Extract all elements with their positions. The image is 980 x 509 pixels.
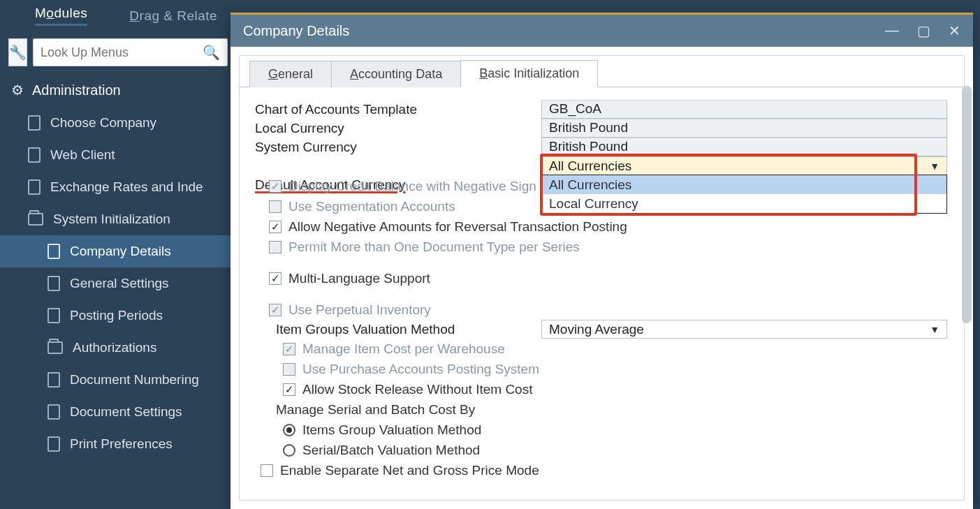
window-title: Company Details <box>243 23 349 39</box>
row-chk-permit-more: Permit More than One Document Type per S… <box>255 237 947 257</box>
combo-valuation-value: Moving Average <box>549 322 644 337</box>
sidebar-item-choose-company[interactable]: Choose Company <box>0 107 231 139</box>
sidebar-item-label: Authorizations <box>73 340 156 355</box>
menu-search[interactable]: 🔍 <box>33 38 228 66</box>
radio-items-group[interactable] <box>283 424 295 436</box>
sidebar-item-label: Exchange Rates and Inde <box>50 179 203 195</box>
row-system-currency: System Currency British Pound <box>255 138 947 156</box>
sidebar-item-label: Posting Periods <box>70 308 163 323</box>
row-chk-manage-cost: Manage Item Cost per Warehouse <box>255 339 947 359</box>
row-chk-purchase-accounts: Use Purchase Accounts Posting System <box>255 359 947 379</box>
dropdown-option-local-currency[interactable]: Local Currency <box>542 194 946 213</box>
topbar-modules[interactable]: Modules <box>35 6 87 26</box>
doc-icon <box>28 147 41 163</box>
chk-display-credit <box>269 180 281 193</box>
row-radio-serial-batch[interactable]: Serial/Batch Valuation Method <box>255 440 947 460</box>
chevron-down-icon: ▼ <box>930 161 939 172</box>
doc-icon <box>28 115 41 131</box>
sidebar-item-web-client[interactable]: Web Client <box>0 139 231 171</box>
label-coa-template: Chart of Accounts Template <box>255 102 541 117</box>
doc-icon <box>28 179 41 195</box>
sidebar-section-administration[interactable]: ⚙ Administration <box>0 73 231 107</box>
label-stock-release: Allow Stock Release Without Item Cost <box>302 382 532 397</box>
search-icon: 🔍 <box>203 44 220 61</box>
sidebar-item-label: Document Numbering <box>70 372 199 388</box>
chk-purchase-accounts <box>283 363 295 376</box>
sidebar-item-label: General Settings <box>70 276 169 291</box>
row-chk-stock-release[interactable]: Allow Stock Release Without Item Cost <box>255 379 947 399</box>
tabs-row: General Accounting Data Basic Initializa… <box>240 56 964 87</box>
chk-permit-more <box>269 241 281 253</box>
row-item-groups-valuation: Item Groups Valuation Method Moving Aver… <box>255 320 947 339</box>
sidebar-item-print-preferences[interactable]: Print Preferences <box>0 428 231 460</box>
label-display-credit: Display Credit Balance with Negative Sig… <box>288 179 536 194</box>
doc-icon <box>47 244 60 259</box>
row-coa-template: Chart of Accounts Template GB_CoA <box>255 100 947 119</box>
doc-icon <box>47 404 60 420</box>
field-system-currency: British Pound <box>541 138 947 156</box>
doc-icon <box>47 308 60 323</box>
doc-icon <box>47 372 60 388</box>
wrench-button[interactable]: 🔧 <box>8 38 27 66</box>
close-button[interactable]: ✕ <box>949 22 960 39</box>
sidebar-item-document-numbering[interactable]: Document Numbering <box>0 364 231 396</box>
row-chk-separate-net-gross[interactable]: Enable Separate Net and Gross Price Mode <box>255 460 947 480</box>
child-scrollbar[interactable] <box>962 86 972 323</box>
chk-separate-net-gross[interactable] <box>261 464 273 477</box>
sidebar-item-exchange-rates-and-inde[interactable]: Exchange Rates and Inde <box>0 171 231 203</box>
row-chk-multi-language[interactable]: Multi-Language Support <box>255 268 947 288</box>
topbar-drag-underline: D <box>129 8 139 23</box>
minimize-button[interactable]: — <box>885 22 899 39</box>
label-use-segmentation: Use Segmentation Accounts <box>288 199 455 214</box>
sidebar-item-label: Print Preferences <box>70 436 173 452</box>
sidebar-item-label: Web Client <box>50 147 115 163</box>
label-manage-serial: Manage Serial and Batch Cost By <box>276 402 475 418</box>
sidebar-item-label: Choose Company <box>50 115 156 131</box>
topbar-modules-underline: o <box>46 6 54 20</box>
row-radio-items-group[interactable]: Items Group Valuation Method <box>255 420 947 440</box>
wrench-icon: 🔧 <box>9 44 27 61</box>
sidebar-item-label: System Initialization <box>53 212 170 227</box>
label-allow-negative: Allow Negative Amounts for Reversal Tran… <box>288 219 627 235</box>
sidebar-item-posting-periods[interactable]: Posting Periods <box>0 300 231 332</box>
field-local-currency: British Pound <box>541 119 947 138</box>
radio-serial-batch[interactable] <box>283 444 295 457</box>
label-radio-items-group: Items Group Valuation Method <box>302 422 481 438</box>
combo-item-groups-valuation[interactable]: Moving Average ▼ <box>541 320 947 339</box>
chk-multi-language[interactable] <box>269 272 281 285</box>
chk-stock-release[interactable] <box>283 383 295 396</box>
chk-manage-cost <box>283 343 295 355</box>
tab-accounting-data[interactable]: Accounting Data <box>331 61 461 87</box>
sidebar-item-label: Company Details <box>70 244 171 259</box>
sidebar-item-system-initialization[interactable]: System Initialization <box>0 203 231 235</box>
topbar-drag-relate[interactable]: Drag & Relate <box>129 8 217 24</box>
sidebar: 🔧 🔍 ⚙ Administration Choose CompanyWeb C… <box>0 31 231 509</box>
chk-use-segmentation <box>269 200 281 213</box>
sidebar-item-company-details[interactable]: Company Details <box>0 235 231 267</box>
gear-icon: ⚙ <box>11 82 24 98</box>
tab-basic-initialization[interactable]: Basic Initialization <box>460 60 598 87</box>
company-details-window: Company Details — ▢ ✕ General Accounting… <box>231 13 973 509</box>
chevron-down-icon: ▼ <box>930 324 939 335</box>
row-local-currency: Local Currency British Pound <box>255 119 947 138</box>
row-chk-allow-negative[interactable]: Allow Negative Amounts for Reversal Tran… <box>255 216 947 237</box>
sidebar-item-authorizations[interactable]: Authorizations <box>0 332 231 364</box>
dropdown-option-all-currencies[interactable]: All Currencies <box>542 175 946 194</box>
folder-icon <box>47 341 63 354</box>
label-multi-language: Multi-Language Support <box>288 271 430 286</box>
titlebar: Company Details — ▢ ✕ <box>231 15 973 47</box>
maximize-button[interactable]: ▢ <box>917 22 930 39</box>
sidebar-item-general-settings[interactable]: General Settings <box>0 267 231 300</box>
inner-panel: General Accounting Data Basic Initializa… <box>239 55 965 501</box>
folder-icon <box>28 213 43 226</box>
combo-default-account-currency[interactable]: All Currencies ▼ <box>541 156 947 175</box>
label-local-currency: Local Currency <box>255 121 541 136</box>
search-input[interactable] <box>41 45 203 60</box>
tab-general[interactable]: General <box>249 61 332 87</box>
chk-allow-negative[interactable] <box>269 221 281 233</box>
label-permit-more: Permit More than One Document Type per S… <box>288 239 580 255</box>
label-radio-serial-batch: Serial/Batch Valuation Method <box>302 443 480 458</box>
row-chk-perpetual: Use Perpetual Inventory <box>255 300 947 320</box>
chk-perpetual <box>269 304 281 316</box>
sidebar-item-document-settings[interactable]: Document Settings <box>0 396 231 428</box>
